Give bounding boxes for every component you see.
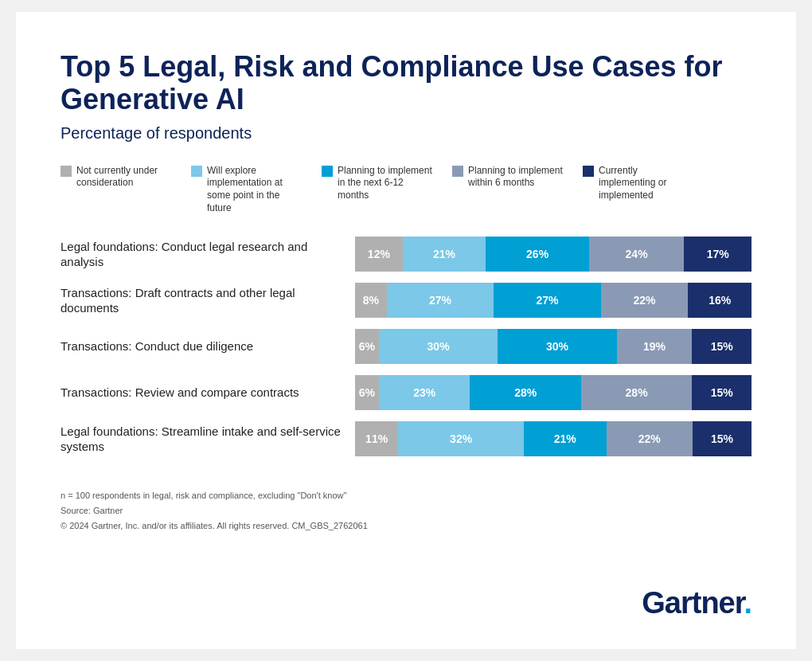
row-label-1: Transactions: Draft contracts and other … — [61, 285, 355, 316]
footer-notes: n = 100 respondents in legal, risk and c… — [61, 488, 751, 533]
legend-label-currently: Currently implementing or implemented — [599, 165, 694, 202]
bar-segment-3-3: 28% — [581, 375, 692, 410]
footer-line-0: n = 100 respondents in legal, risk and c… — [61, 488, 751, 503]
legend-label-plan-6-12: Planning to implement in the next 6-12 m… — [338, 165, 433, 202]
chart-area: Legal foundations: Conduct legal researc… — [61, 237, 751, 456]
legend: Not currently under considerationWill ex… — [61, 165, 751, 214]
bar-segment-2-2: 30% — [498, 329, 616, 364]
row-label-0: Legal foundations: Conduct legal researc… — [61, 239, 355, 270]
bar-segment-3-2: 28% — [470, 375, 580, 410]
bar-segment-2-3: 19% — [617, 329, 693, 364]
bar-segment-2-1: 30% — [379, 329, 498, 364]
legend-label-plan-6mo: Planning to implement within 6 months — [468, 165, 564, 190]
legend-swatch-plan-6-12 — [322, 166, 333, 177]
bar-segment-0-2: 26% — [486, 237, 588, 272]
legend-item-not-considered: Not currently under consideration — [61, 165, 172, 190]
bar-segment-0-3: 24% — [589, 237, 685, 272]
chart-row: Transactions: Draft contracts and other … — [61, 283, 751, 318]
chart-row: Transactions: Conduct due diligence6%30%… — [61, 329, 751, 364]
subtitle: Percentage of respondents — [61, 124, 751, 143]
footer-line-1: Source: Gartner — [61, 503, 751, 518]
bar-segment-0-1: 21% — [403, 237, 486, 272]
bar-segment-1-2: 27% — [494, 283, 600, 318]
legend-swatch-not-considered — [61, 166, 72, 177]
bar-segment-1-3: 22% — [601, 283, 689, 318]
legend-item-currently: Currently implementing or implemented — [583, 165, 694, 202]
row-label-3: Transactions: Review and compare contrac… — [61, 385, 355, 401]
footer-line-2: © 2024 Gartner, Inc. and/or its affiliat… — [61, 518, 751, 534]
legend-item-explore-future: Will explore implementation at some poin… — [191, 165, 303, 214]
main-title: Top 5 Legal, Risk and Compliance Use Cas… — [61, 50, 751, 116]
bar-segment-1-0: 8% — [355, 283, 387, 318]
legend-item-plan-6mo: Planning to implement within 6 months — [452, 165, 564, 190]
bar-segment-1-4: 16% — [688, 283, 751, 318]
legend-swatch-plan-6mo — [452, 166, 463, 177]
bar-segment-3-1: 23% — [379, 375, 470, 410]
bar-segment-4-0: 11% — [355, 421, 398, 456]
gartner-logo: Gartner. — [642, 586, 751, 620]
legend-label-not-considered: Not currently under consideration — [76, 165, 172, 190]
bar-segment-4-4: 15% — [693, 421, 751, 456]
bar-segment-2-0: 6% — [355, 329, 379, 364]
bar-segment-4-1: 32% — [398, 421, 524, 456]
legend-swatch-currently — [583, 166, 594, 177]
chart-row: Transactions: Review and compare contrac… — [61, 375, 751, 410]
bar-segment-2-4: 15% — [692, 329, 751, 364]
bar-segment-0-4: 17% — [684, 237, 751, 272]
gartner-dot: . — [744, 586, 751, 620]
legend-swatch-explore-future — [191, 166, 202, 177]
row-label-4: Legal foundations: Streamline intake and… — [61, 424, 355, 455]
bar-segment-3-0: 6% — [355, 375, 379, 410]
row-label-2: Transactions: Conduct due diligence — [61, 338, 355, 354]
main-card: Top 5 Legal, Risk and Compliance Use Cas… — [16, 12, 796, 649]
legend-item-plan-6-12: Planning to implement in the next 6-12 m… — [322, 165, 433, 202]
bar-container-1: 8%27%27%22%16% — [355, 283, 751, 318]
bar-segment-1-1: 27% — [387, 283, 494, 318]
chart-row: Legal foundations: Streamline intake and… — [61, 421, 751, 456]
bar-container-3: 6%23%28%28%15% — [355, 375, 751, 410]
bar-container-2: 6%30%30%19%15% — [355, 329, 751, 364]
bar-segment-3-4: 15% — [692, 375, 751, 410]
chart-row: Legal foundations: Conduct legal researc… — [61, 237, 751, 272]
legend-label-explore-future: Will explore implementation at some poin… — [207, 165, 303, 214]
bar-segment-4-3: 22% — [607, 421, 693, 456]
bar-segment-0-0: 12% — [355, 237, 403, 272]
bar-container-4: 11%32%21%22%15% — [355, 421, 751, 456]
bar-container-0: 12%21%26%24%17% — [355, 237, 751, 272]
bar-segment-4-2: 21% — [524, 421, 607, 456]
